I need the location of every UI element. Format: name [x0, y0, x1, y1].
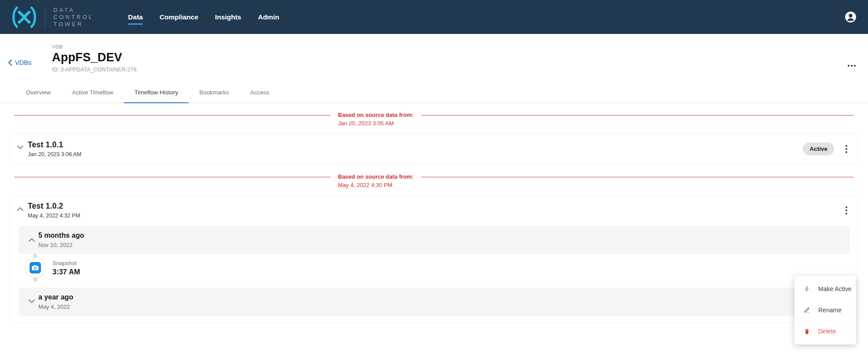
- tab-bookmarks[interactable]: Bookmarks: [189, 83, 240, 103]
- tab-bar: Overview Active Timeflow Timeflow Histor…: [0, 83, 868, 103]
- menu-item-label: Delete: [818, 328, 836, 335]
- separator-date: Jan 20, 2023 3:05 AM: [338, 120, 414, 127]
- separator-text: Based on source data from: Jan 20, 2023 …: [338, 112, 414, 127]
- menu-item-make-active[interactable]: Make Active: [794, 278, 856, 299]
- entity-type-label: VDB: [52, 44, 137, 49]
- menu-item-label: Make Active: [818, 285, 851, 292]
- top-navbar: DATA CONTROL TOWER Data Compliance Insig…: [0, 0, 868, 34]
- timeflow-context-menu: Make Active Rename Delete: [794, 276, 856, 344]
- tab-access[interactable]: Access: [240, 83, 280, 103]
- status-badge-active: Active: [803, 142, 834, 155]
- nav-item-data[interactable]: Data: [128, 13, 143, 21]
- chevron-up-icon: [26, 238, 37, 242]
- snapshot-group-5-months-ago[interactable]: 5 months ago Nov 10, 2022: [19, 226, 850, 254]
- logo-divider: [45, 7, 45, 27]
- expand-toggle-button[interactable]: [15, 146, 26, 150]
- timeflow-header: Test 1.0.1 Jan 20, 2023 3:06 AM Active: [15, 140, 850, 157]
- separator-text: Based on source data from: May 4, 2022 4…: [338, 173, 414, 189]
- separator-line: [14, 177, 330, 177]
- kebab-menu-button[interactable]: [843, 143, 850, 155]
- timeflow-header: Test 1.0.2 May 4, 2022 4:32 PM: [15, 202, 850, 219]
- timeflow-name: Test 1.0.2: [28, 202, 80, 211]
- lightning-icon: [803, 285, 811, 293]
- group-date: Nov 10, 2022: [38, 242, 84, 248]
- logo-line-3: TOWER: [53, 21, 94, 28]
- separator-label: Based on source data from:: [338, 173, 414, 180]
- collapse-toggle-button[interactable]: [15, 207, 26, 211]
- timeflow-card-test-1-0-1: Test 1.0.1 Jan 20, 2023 3:06 AM Active: [10, 134, 858, 165]
- separator-line: [421, 177, 854, 177]
- app-logo[interactable]: DATA CONTROL TOWER: [11, 6, 94, 29]
- tab-timeflow-history[interactable]: Timeflow History: [124, 83, 189, 103]
- source-data-separator-1: Based on source data from: Jan 20, 2023 …: [0, 112, 868, 127]
- account-button[interactable]: [845, 11, 857, 23]
- tab-overview[interactable]: Overview: [15, 83, 61, 103]
- camera-icon: [30, 262, 41, 273]
- timeflow-date: Jan 20, 2023 3:06 AM: [28, 151, 82, 157]
- chevron-left-icon: [8, 60, 12, 66]
- main-content: VDBs VDB AppFS_DEV ID: 3-APPDATA_CONTAIN…: [0, 34, 868, 323]
- group-date: May 4, 2022: [38, 303, 73, 310]
- nav-item-admin[interactable]: Admin: [258, 13, 279, 21]
- snapshot-group-a-year-ago[interactable]: a year ago May 4, 2022 1: [19, 288, 850, 316]
- snapshot-label: Snapshot: [52, 260, 80, 266]
- entity-id: ID: 3-APPDATA_CONTAINER-276: [52, 67, 137, 73]
- delphix-mark-icon: [11, 6, 38, 29]
- separator-line: [14, 115, 330, 116]
- pencil-icon: [803, 307, 811, 314]
- timeflow-date: May 4, 2022 4:32 PM: [28, 213, 80, 219]
- primary-nav: Data Compliance Insights Admin: [128, 13, 279, 21]
- trash-icon: [803, 328, 811, 335]
- timeflow-name: Test 1.0.1: [28, 140, 82, 150]
- snapshot-node: [26, 258, 45, 277]
- title-block: VDB AppFS_DEV ID: 3-APPDATA_CONTAINER-27…: [52, 44, 137, 73]
- group-title: 5 months ago: [38, 232, 84, 240]
- account-circle-icon: [845, 11, 857, 23]
- kebab-menu-button[interactable]: [843, 205, 850, 216]
- separator-line: [421, 115, 854, 116]
- snapshot-row[interactable]: Snapshot 3:37 AM: [19, 254, 850, 281]
- page-title: AppFS_DEV: [52, 51, 137, 64]
- group-title: a year ago: [38, 293, 73, 301]
- timeflow-names: Test 1.0.2 May 4, 2022 4:32 PM: [28, 202, 80, 219]
- back-link-label: VDBs: [15, 59, 31, 66]
- back-link-vdbs[interactable]: VDBs: [8, 59, 31, 66]
- timeflow-names: Test 1.0.1 Jan 20, 2023 3:06 AM: [28, 140, 82, 157]
- group-texts: a year ago May 4, 2022: [38, 293, 73, 310]
- page-header: VDBs VDB AppFS_DEV ID: 3-APPDATA_CONTAIN…: [0, 34, 868, 79]
- more-options-button[interactable]: [846, 63, 857, 68]
- logo-wordmark: DATA CONTROL TOWER: [53, 7, 94, 28]
- nav-item-compliance[interactable]: Compliance: [160, 13, 198, 21]
- timeflow-card-test-1-0-2: Test 1.0.2 May 4, 2022 4:32 PM 5 months …: [10, 195, 858, 323]
- tab-active-timeflow[interactable]: Active Timeflow: [61, 83, 124, 103]
- menu-item-rename[interactable]: Rename: [794, 299, 856, 321]
- source-data-separator-2: Based on source data from: May 4, 2022 4…: [0, 173, 868, 189]
- menu-item-label: Rename: [818, 307, 842, 314]
- snapshot-texts: Snapshot 3:37 AM: [52, 260, 80, 276]
- separator-label: Based on source data from:: [338, 112, 414, 119]
- chevron-down-icon: [26, 299, 37, 303]
- group-texts: 5 months ago Nov 10, 2022: [38, 232, 84, 248]
- snapshot-time: 3:37 AM: [52, 268, 80, 276]
- nav-item-insights[interactable]: Insights: [215, 13, 241, 21]
- menu-item-delete[interactable]: Delete: [794, 321, 856, 342]
- separator-date: May 4, 2022 4:30 PM: [338, 182, 414, 189]
- chevron-up-icon: [17, 207, 23, 211]
- chevron-down-icon: [17, 146, 23, 150]
- logo-line-2: CONTROL: [53, 14, 94, 21]
- logo-line-1: DATA: [53, 7, 94, 14]
